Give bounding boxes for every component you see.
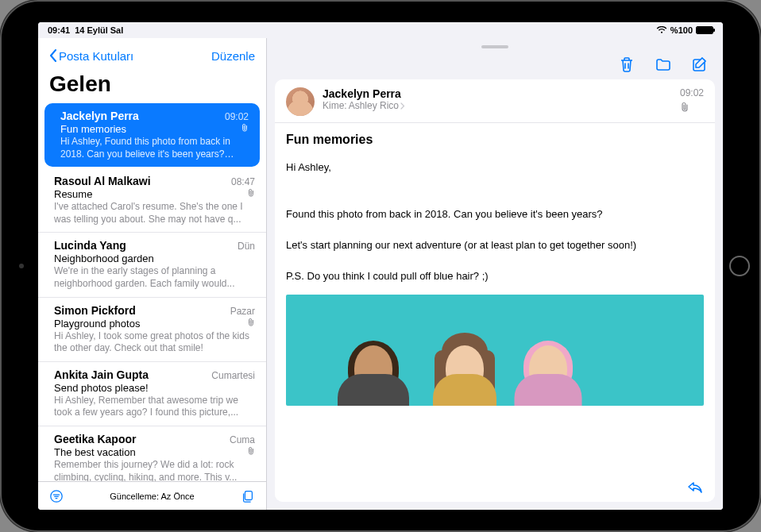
email-item[interactable]: Simon PickfordPazarPlayground photosHi A… <box>38 298 266 362</box>
email-sender: Geetika Kapoor <box>54 433 136 445</box>
message-card: Jackelyn Perra Kime: Ashley Rico 09:02 <box>275 79 715 502</box>
filter-icon <box>49 489 64 503</box>
email-preview: I've attached Carol's resume. She's the … <box>54 201 255 226</box>
copy-icon <box>241 489 255 503</box>
to-line[interactable]: Kime: Ashley Rico <box>323 100 672 111</box>
footer-status: Güncelleme: Az Önce <box>64 492 241 501</box>
status-time: 09:41 <box>48 25 70 35</box>
battery-icon <box>696 26 713 34</box>
back-button[interactable]: Posta Kutuları <box>49 49 133 63</box>
toolbar <box>267 56 723 79</box>
email-time: Dün <box>238 241 255 252</box>
chevron-right-icon <box>400 102 405 110</box>
attachment-icon <box>247 446 255 457</box>
email-sender: Rasoul Al Malkawi <box>54 175 151 187</box>
sheet-handle[interactable] <box>267 38 723 56</box>
inbox-title: Gelen <box>49 71 255 97</box>
email-preview: Remember this journey? We did a lot: roc… <box>54 459 255 481</box>
email-time: Pazar <box>230 306 255 317</box>
email-subject: Playground photos <box>54 318 140 330</box>
to-label: Kime: <box>323 100 347 111</box>
email-preview: Hi Ashley, Found this photo from back in… <box>60 136 249 160</box>
email-time: Cumartesi <box>211 370 255 381</box>
wifi-icon <box>656 26 667 34</box>
email-item[interactable]: Lucinda YangDünNeighborhood gardenWe're … <box>38 233 266 297</box>
email-item[interactable]: Rasoul Al Malkawi08:47ResumeI've attache… <box>38 168 266 233</box>
email-subject: Fun memories <box>60 123 126 135</box>
email-item[interactable]: Geetika KapoorCumaThe best vacationRemem… <box>38 426 266 481</box>
email-preview: We're in the early stages of planning a … <box>54 265 255 290</box>
edit-button[interactable]: Düzenle <box>211 49 255 63</box>
status-date: 14 Eylül Sal <box>75 25 123 35</box>
email-subject: The best vacation <box>54 446 136 458</box>
attachment-icon <box>680 102 704 113</box>
sidebar: Posta Kutuları Düzenle Gelen Jackelyn Pe… <box>38 38 267 510</box>
attachment-icon <box>247 188 255 199</box>
content-pane: Jackelyn Perra Kime: Ashley Rico 09:02 <box>267 38 723 510</box>
chevron-left-icon <box>49 49 57 62</box>
reply-button[interactable] <box>686 480 704 494</box>
message-text: Hi Ashley, Found this photo from back in… <box>286 160 704 283</box>
email-sender: Jackelyn Perra <box>60 110 139 122</box>
sender-name: Jackelyn Perra <box>323 87 672 100</box>
message-subject: Fun memories <box>286 133 704 147</box>
email-subject: Send photos please! <box>54 382 149 394</box>
email-sender: Simon Pickford <box>54 304 136 317</box>
reply-icon <box>686 480 704 494</box>
email-preview: Hi Ashley, Remember that awesome trip we… <box>54 395 255 419</box>
email-preview: Hi Ashley, I took some great photos of t… <box>54 330 255 355</box>
email-item[interactable]: Ankita Jain GuptaCumartesiSend photos pl… <box>38 362 266 426</box>
battery-percent: %100 <box>670 25 693 35</box>
attachment-icon <box>247 318 255 329</box>
svg-rect-1 <box>245 491 252 499</box>
email-list[interactable]: Jackelyn Perra09:02Fun memoriesHi Ashley… <box>38 102 266 481</box>
trash-icon[interactable] <box>618 56 635 73</box>
home-button[interactable] <box>729 256 750 276</box>
avatar[interactable] <box>286 87 315 116</box>
message-header[interactable]: Jackelyn Perra Kime: Ashley Rico 09:02 <box>275 79 715 123</box>
email-subject: Neighborhood garden <box>54 253 154 264</box>
filter-button[interactable] <box>49 489 64 503</box>
back-label: Posta Kutuları <box>59 49 133 63</box>
sidebar-footer: Güncelleme: Az Önce <box>38 481 266 510</box>
attachment-icon <box>241 123 249 134</box>
header-time: 09:02 <box>680 87 704 98</box>
folder-icon[interactable] <box>655 56 672 73</box>
email-time: 09:02 <box>225 111 249 122</box>
email-time: 08:47 <box>231 176 255 187</box>
email-time: Cuma <box>230 434 255 445</box>
attachment-photo[interactable] <box>286 295 704 406</box>
status-bar: 09:41 14 Eylül Sal %100 <box>38 22 723 38</box>
message-body[interactable]: Fun memories Hi Ashley, Found this photo… <box>275 123 715 502</box>
email-sender: Ankita Jain Gupta <box>54 368 149 381</box>
compose-icon[interactable] <box>691 56 709 73</box>
copies-button[interactable] <box>241 489 255 503</box>
email-item[interactable]: Jackelyn Perra09:02Fun memoriesHi Ashley… <box>44 103 260 167</box>
email-subject: Resume <box>54 188 92 200</box>
email-sender: Lucinda Yang <box>54 239 126 252</box>
to-value: Ashley Rico <box>349 100 399 111</box>
